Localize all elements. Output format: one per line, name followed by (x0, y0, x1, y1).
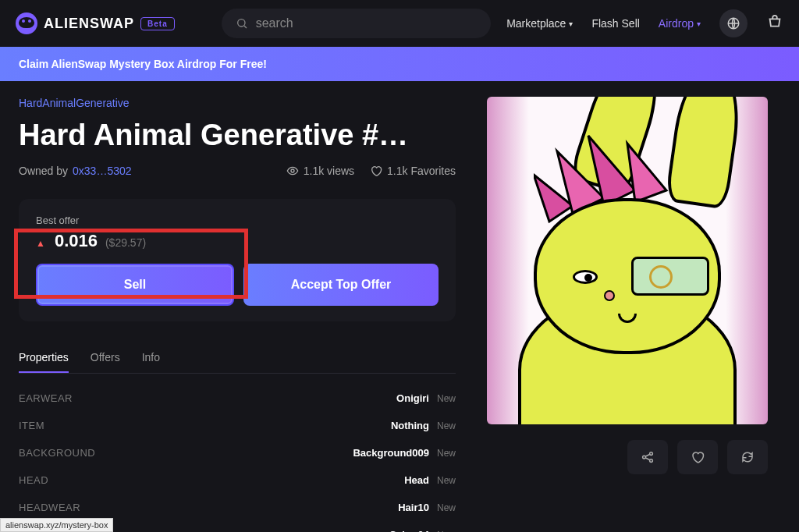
svg-point-3 (291, 169, 294, 172)
offer-price: 0.016 (55, 231, 98, 251)
svg-line-11 (645, 454, 650, 456)
sell-button[interactable]: Sell (36, 264, 234, 306)
nav-marketplace[interactable]: Marketplace ▾ (506, 17, 573, 30)
chevron-down-icon: ▾ (697, 20, 701, 28)
tab-info[interactable]: Info (142, 343, 160, 373)
property-row[interactable]: ITEM NothingNew (19, 412, 456, 439)
offer-box: Best offer ▲ 0.016 ($29.57) Sell Accept … (19, 199, 456, 321)
owned-by-label: Owned by (19, 165, 68, 177)
svg-point-0 (237, 20, 244, 27)
eye-icon (286, 165, 299, 177)
collection-link[interactable]: HardAnimalGenerative (19, 97, 456, 109)
search-input[interactable]: search (222, 9, 491, 38)
alien-logo-icon (16, 12, 37, 34)
search-placeholder: search (256, 16, 293, 30)
stats: 1.1k views 1.1k Favorites (286, 165, 456, 177)
tab-offers[interactable]: Offers (91, 343, 120, 373)
owner-link[interactable]: 0x33…5302 (73, 165, 132, 177)
favorites-stat: 1.1k Favorites (370, 165, 456, 177)
owner-row: Owned by 0x33…5302 1.1k views 1.1k Favor… (19, 165, 456, 177)
properties-list: EARWEAR OnigiriNew ITEM NothingNew BACKG… (19, 385, 456, 532)
svg-marker-7 (627, 144, 666, 202)
header: ALIENSWAP Beta search Marketplace ▾ Flas… (0, 0, 799, 47)
share-icon (641, 450, 655, 464)
nav-flash-sell[interactable]: Flash Sell (591, 17, 639, 30)
property-row[interactable]: HEAD HeadNew (19, 466, 456, 494)
refresh-icon (740, 450, 755, 464)
property-row[interactable]: EARWEAR OnigiriNew (19, 385, 456, 412)
share-button[interactable] (627, 440, 668, 474)
tab-properties[interactable]: Properties (19, 343, 69, 373)
airdrop-banner[interactable]: Claim AlienSwap Mystery Box Airdrop For … (0, 47, 799, 81)
price-arrow-icon: ▲ (36, 238, 45, 249)
nft-title: Hard Animal Generative #… (19, 119, 456, 152)
right-column (487, 97, 768, 532)
favorite-button[interactable] (677, 440, 718, 474)
beta-badge: Beta (140, 17, 175, 30)
nft-image[interactable] (487, 97, 768, 424)
best-offer-label: Best offer (36, 215, 439, 226)
accept-offer-button[interactable]: Accept Top Offer (243, 264, 439, 306)
property-row[interactable]: HEADWEAR Hair10New (19, 494, 456, 521)
refresh-button[interactable] (727, 440, 768, 474)
cart-icon[interactable] (766, 14, 783, 34)
heart-icon (370, 165, 382, 177)
button-row: Sell Accept Top Offer (36, 264, 439, 306)
nav-airdrop[interactable]: Airdrop ▾ (659, 17, 701, 30)
tabs: Properties Offers Info (19, 343, 456, 374)
svg-line-1 (244, 26, 247, 28)
offer-usd: ($29.57) (105, 236, 146, 249)
eye-icon (573, 270, 598, 284)
svg-line-12 (645, 458, 650, 460)
url-tooltip: alienswap.xyz/mystery-box (0, 518, 113, 532)
nav-links: Marketplace ▾ Flash Sell Airdrop ▾ (506, 9, 783, 37)
chevron-down-icon: ▾ (569, 20, 573, 28)
heart-icon (691, 450, 705, 464)
action-icons (487, 440, 768, 474)
goggle-icon (631, 257, 709, 296)
offer-price-row: ▲ 0.016 ($29.57) (36, 231, 439, 251)
bunny-ear-icon (665, 97, 746, 210)
main-content: HardAnimalGenerative Hard Animal Generat… (0, 81, 799, 532)
globe-icon[interactable] (719, 9, 748, 37)
views-stat: 1.1k views (286, 165, 354, 177)
search-icon (236, 17, 248, 30)
logo[interactable]: ALIENSWAP Beta (16, 12, 175, 34)
property-row[interactable]: BACKGROUND Background009New (19, 439, 456, 466)
left-column: HardAnimalGenerative Hard Animal Generat… (19, 97, 456, 532)
brand-text: ALIENSWAP (44, 16, 134, 32)
nose-icon (604, 290, 615, 301)
